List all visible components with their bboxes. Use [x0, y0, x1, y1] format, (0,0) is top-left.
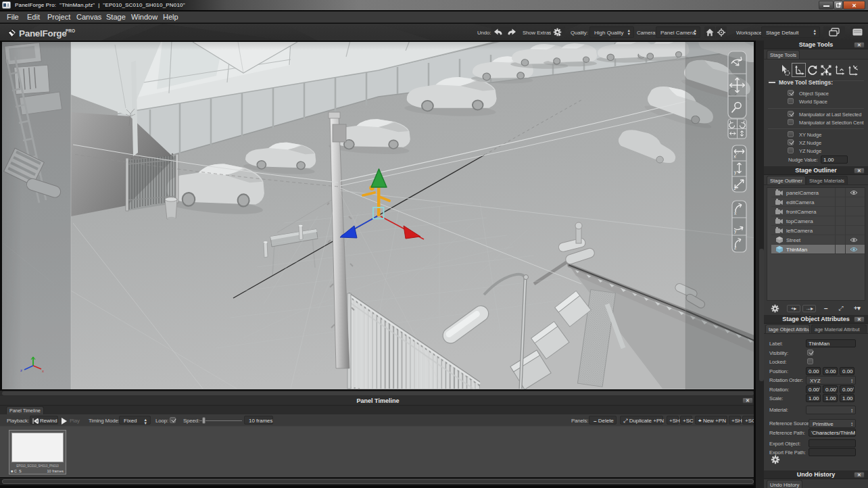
svg-text:z: z	[734, 186, 736, 191]
svg-text:z: z	[734, 245, 736, 250]
svg-text:z: z	[20, 368, 22, 372]
svg-text:x: x	[42, 369, 44, 373]
